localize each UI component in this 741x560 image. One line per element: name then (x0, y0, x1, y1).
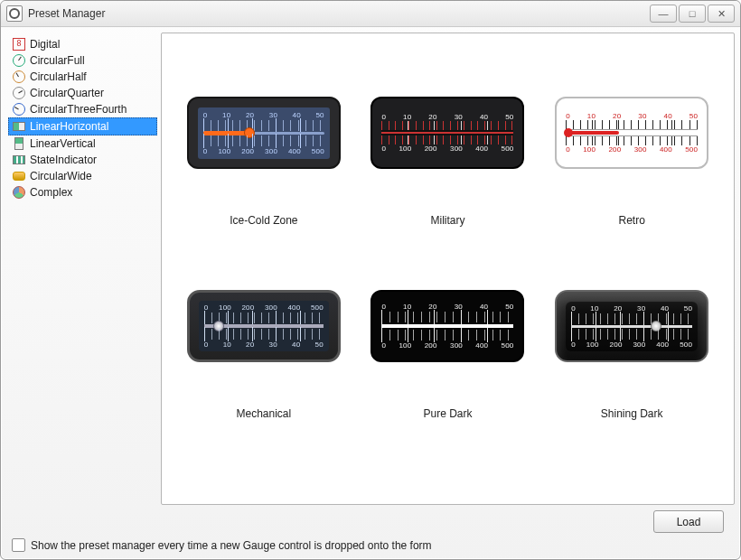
preset-item[interactable]: 01020304050 0100200300400500 (176, 97, 352, 227)
preset-caption: Retro (618, 214, 644, 227)
tree-item-circularwide[interactable]: CircularWide (8, 168, 157, 184)
tree-item-linearvertical[interactable]: LinearVertical (8, 135, 157, 152)
digital-icon: 8 (12, 38, 26, 51)
minimize-icon: — (659, 8, 669, 19)
main-split: 8 Digital CircularFull CircularHalf Circ… (6, 33, 735, 505)
tree-label: CircularQuarter (30, 87, 104, 99)
ticks-icon (381, 135, 513, 145)
ticks-icon (203, 120, 324, 131)
tree-label: StateIndicator (30, 154, 97, 166)
app-icon (6, 5, 23, 22)
show-on-drop-checkbox[interactable]: Show the preset manager every time a new… (10, 538, 731, 552)
gauge-preview-military: 01020304050 0100200300400500 (370, 97, 524, 169)
tree-label: LinearVertical (30, 137, 96, 150)
linear-vertical-icon (12, 137, 26, 150)
ticks-icon (204, 329, 324, 340)
footer: Load Show the preset manager every time … (6, 505, 735, 554)
tree-item-complex[interactable]: Complex (8, 184, 157, 201)
preset-item[interactable]: 0100200300400500 01020304050 Mechanical (176, 290, 352, 420)
load-button-label: Load (677, 516, 701, 528)
maximize-button[interactable]: □ (679, 5, 706, 23)
scale-bottom: 01020304050 (204, 341, 324, 349)
preset-item[interactable]: 01020304050 0100200300400500 Military (361, 97, 536, 227)
preset-caption: Ice-Cold Zone (230, 214, 297, 227)
category-tree[interactable]: 8 Digital CircularFull CircularHalf Circ… (6, 33, 161, 505)
tree-item-digital[interactable]: 8 Digital (8, 36, 157, 52)
scale-bottom: 0100200300400500 (203, 147, 324, 155)
maximize-icon: □ (689, 8, 696, 19)
close-icon: ✕ (718, 8, 726, 20)
ticks-icon (566, 136, 698, 145)
tree-item-circularquarter[interactable]: CircularQuarter (8, 85, 157, 101)
tree-label: CircularWide (30, 170, 92, 182)
scale-bottom: 0100200300400500 (381, 145, 513, 153)
scale-top: 01020304050 (381, 113, 513, 121)
preset-item[interactable]: 01020304050 0100200300400500 Retro (544, 97, 719, 227)
circular-half-icon (12, 70, 26, 83)
preset-item[interactable]: 01020304050 0100200300400500 Shining Dar (544, 290, 719, 420)
scale-top: 01020304050 (566, 112, 698, 120)
complex-icon (12, 186, 26, 199)
linear-horizontal-icon (12, 120, 26, 133)
ticks-icon (381, 312, 513, 322)
scale-bottom: 0100200300400500 (566, 145, 698, 154)
circular-full-icon (12, 54, 26, 67)
ticks-icon (203, 135, 324, 146)
gauge-preview-shining-dark: 01020304050 0100200300400500 (555, 290, 708, 362)
checkbox-icon (12, 538, 25, 552)
tree-label: LinearHorizontal (30, 120, 108, 133)
ticks-icon (571, 313, 692, 324)
close-button[interactable]: ✕ (708, 5, 735, 23)
state-indicator-icon (12, 154, 26, 166)
tree-label: CircularFull (30, 54, 85, 67)
circular-threefourth-icon (12, 103, 26, 116)
tree-item-stateindicator[interactable]: StateIndicator (8, 152, 157, 168)
tree-item-linearhorizontal[interactable]: LinearHorizontal (8, 117, 157, 135)
ticks-icon (381, 121, 513, 130)
gauge-bar (566, 129, 698, 136)
ticks-icon (381, 330, 513, 341)
client-area: 8 Digital CircularFull CircularHalf Circ… (1, 27, 740, 559)
preset-caption: Mechanical (236, 407, 291, 420)
gauge-preview-pure-dark: 01020304050 0100200300400500 (370, 290, 524, 362)
gauge-preview-mechanical: 0100200300400500 01020304050 (187, 290, 341, 362)
preset-item[interactable]: 01020304050 0100200300400500 Pure Dark (361, 290, 536, 420)
tree-item-circularfull[interactable]: CircularFull (8, 52, 157, 69)
tree-label: CircularThreeFourth (30, 103, 127, 116)
preset-caption: Military (430, 214, 464, 227)
preset-caption: Pure Dark (423, 407, 472, 420)
tree-label: Digital (30, 38, 60, 51)
preset-manager-window: Preset Manager — □ ✕ 8 Digital CircularF… (0, 0, 741, 560)
scale-bottom: 0100200300400500 (381, 341, 513, 350)
scale-bottom: 0100200300400500 (571, 341, 692, 349)
gauge-bar (381, 130, 513, 135)
tree-label: CircularHalf (30, 70, 87, 83)
preset-preview-pane[interactable]: 01020304050 0100200300400500 (161, 33, 735, 505)
ticks-icon (566, 120, 698, 129)
circular-wide-icon (12, 170, 26, 182)
load-button[interactable]: Load (653, 510, 724, 533)
gauge-preview-ice-cold: 01020304050 0100200300400500 (187, 97, 341, 169)
checkbox-label: Show the preset manager every time a new… (31, 539, 432, 552)
gauge-preview-retro: 01020304050 0100200300400500 (555, 97, 708, 169)
ticks-icon (571, 329, 692, 340)
circular-quarter-icon (12, 87, 26, 99)
tree-label: Complex (30, 186, 72, 199)
titlebar: Preset Manager — □ ✕ (1, 1, 740, 27)
tree-item-circularhalf[interactable]: CircularHalf (8, 69, 157, 85)
preset-grid: 01020304050 0100200300400500 (162, 33, 734, 429)
window-title: Preset Manager (28, 7, 105, 20)
tree-item-circularthreefourth[interactable]: CircularThreeFourth (8, 101, 157, 117)
preset-caption: Shining Dark (601, 407, 663, 420)
minimize-button[interactable]: — (650, 5, 677, 23)
